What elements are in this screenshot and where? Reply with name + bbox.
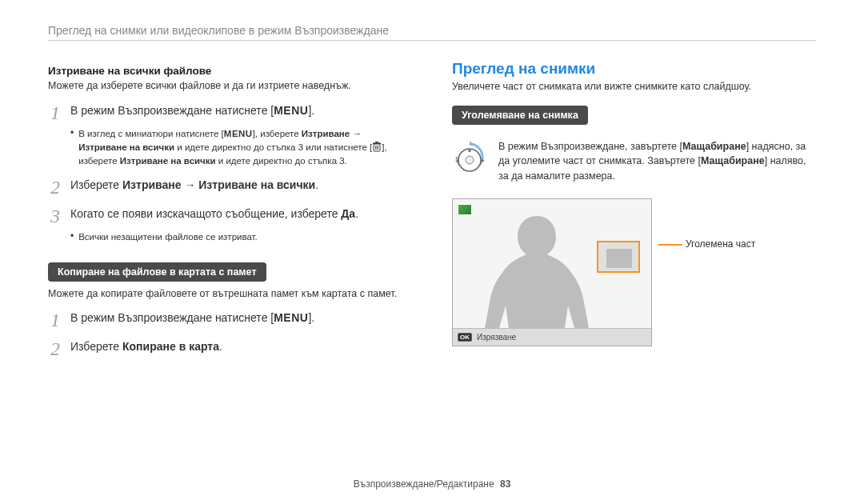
- step-number: 1: [48, 310, 62, 330]
- content-columns: Изтриване на всички файлове Можете да из…: [48, 60, 816, 358]
- section-title: Преглед на снимки: [452, 60, 816, 78]
- bold-text: Копиране в карта: [122, 340, 219, 353]
- bullet-icon: •: [70, 230, 74, 244]
- svg-rect-1: [373, 142, 381, 144]
- page-footer: Възпроизвеждане/Редактиране 83: [0, 478, 864, 490]
- text: →: [182, 178, 199, 191]
- svg-rect-2: [375, 142, 378, 143]
- bullet-text: Всички незащитени файлове се изтриват.: [78, 230, 258, 244]
- picture-icon: [458, 204, 472, 215]
- svg-text:+: +: [481, 157, 485, 165]
- bold-text: Изтриване: [302, 129, 350, 138]
- preview-footer-label: Изрязване: [477, 333, 516, 342]
- ok-badge-icon: OK: [458, 333, 472, 342]
- step-number: 3: [48, 206, 62, 226]
- text: .: [219, 340, 222, 353]
- zoom-block: − + В режим Възпроизвеждане, завъртете […: [452, 139, 816, 184]
- step-text: Когато се появи изскачащото съобщение, и…: [70, 206, 412, 222]
- callout-label: Уголемена част: [686, 238, 755, 250]
- bold-text: Изтриване на всички: [198, 178, 315, 191]
- section-desc: Увеличете част от снимката или вижте сни…: [452, 80, 816, 94]
- preview-screen: OK Изрязване: [452, 198, 652, 346]
- bullet-text: В изглед с миниатюри натиснете [MENU], и…: [78, 127, 412, 169]
- zoom-dial-icon: − +: [452, 139, 487, 181]
- text: В режим Възпроизвеждане, завъртете [: [498, 141, 682, 152]
- text: →: [350, 129, 362, 138]
- silhouette-image: [485, 212, 589, 328]
- divider: [48, 40, 816, 41]
- svg-point-8: [466, 156, 474, 164]
- text: .: [315, 178, 318, 191]
- copy-files-pill: Копиране на файлове в картата с памет: [48, 262, 266, 282]
- delete-step-1: 1 В режим Възпроизвеждане натиснете [MEN…: [48, 103, 412, 122]
- delete-all-heading: Изтриване на всички файлове: [48, 65, 412, 77]
- text: ].: [308, 104, 314, 117]
- sub-bullet: • В изглед с миниатюри натиснете [MENU],…: [70, 127, 412, 169]
- page-number: 83: [500, 478, 510, 490]
- delete-step-2: 2 Изберете Изтриване → Изтриване на всич…: [48, 178, 412, 197]
- inset-inner: [606, 249, 632, 268]
- step-number: 2: [48, 339, 62, 358]
- zoom-pill: Уголемяване на снимка: [452, 106, 588, 125]
- svg-marker-6: [470, 141, 474, 146]
- zoom-text: В режим Възпроизвеждане, завъртете [Маща…: [498, 139, 816, 184]
- bold-text: Мащабиране: [701, 155, 765, 166]
- menu-label: MENU: [274, 104, 308, 117]
- text: и идете директно до стъпка 3 или натисне…: [174, 142, 372, 152]
- bold-text: Изтриване на всички: [120, 156, 216, 166]
- callout-line: [658, 244, 682, 246]
- left-column: Изтриване на всички файлове Можете да из…: [48, 60, 412, 358]
- bold-text: Да: [341, 207, 355, 220]
- text: В режим Възпроизвеждане натиснете [: [70, 311, 274, 324]
- copy-desc: Можете да копирате файловете от вътрешна…: [48, 287, 412, 302]
- copy-step-2: 2 Изберете Копиране в карта.: [48, 339, 412, 358]
- text: Когато се появи изскачащото съобщение, и…: [70, 207, 341, 220]
- breadcrumb: Преглед на снимки или видеоклипове в реж…: [48, 24, 816, 37]
- text: Изберете: [70, 178, 122, 191]
- page-root: Преглед на снимки или видеоклипове в реж…: [0, 0, 864, 504]
- menu-label: MENU: [274, 311, 308, 324]
- text: В изглед с миниатюри натиснете [: [78, 129, 224, 138]
- trash-icon: [372, 142, 382, 152]
- bold-text: Изтриване: [122, 178, 182, 191]
- bold-text: Изтриване на всички: [78, 142, 174, 152]
- delete-all-desc: Можете да изберете всички файлове и да г…: [48, 79, 412, 94]
- svg-text:−: −: [455, 157, 459, 165]
- step-text: Изберете Изтриване → Изтриване на всички…: [70, 178, 412, 194]
- step-text: В режим Възпроизвеждане натиснете [MENU]…: [70, 103, 412, 119]
- text: Изберете: [70, 340, 122, 353]
- step-text: В режим Възпроизвеждане натиснете [MENU]…: [70, 310, 412, 326]
- delete-step-3: 3 Когато се появи изскачащото съобщение,…: [48, 206, 412, 226]
- zoom-inset: [597, 241, 640, 273]
- step-text: Изберете Копиране в карта.: [70, 339, 412, 355]
- step-number: 1: [48, 103, 62, 122]
- sub-bullet: • Всички незащитени файлове се изтриват.: [70, 230, 412, 244]
- text: .: [355, 207, 358, 220]
- text: ], изберете: [253, 129, 302, 138]
- text: и идете директно до стъпка 3.: [216, 156, 347, 166]
- menu-label: MENU: [224, 129, 253, 138]
- preview-wrap: OK Изрязване Уголемена част: [452, 198, 816, 346]
- callout: Уголемена част: [658, 238, 755, 250]
- footer-text: Възпроизвеждане/Редактиране: [354, 478, 494, 490]
- svg-point-9: [468, 148, 471, 151]
- copy-step-1: 1 В режим Възпроизвеждане натиснете [MEN…: [48, 310, 412, 330]
- right-column: Преглед на снимки Увеличете част от сним…: [452, 60, 816, 358]
- bullet-icon: •: [70, 127, 74, 169]
- text: ].: [308, 311, 314, 324]
- step-number: 2: [48, 178, 62, 197]
- text: В режим Възпроизвеждане натиснете [: [70, 104, 274, 117]
- bold-text: Мащабиране: [682, 141, 746, 152]
- preview-footer-bar: OK Изрязване: [453, 328, 651, 346]
